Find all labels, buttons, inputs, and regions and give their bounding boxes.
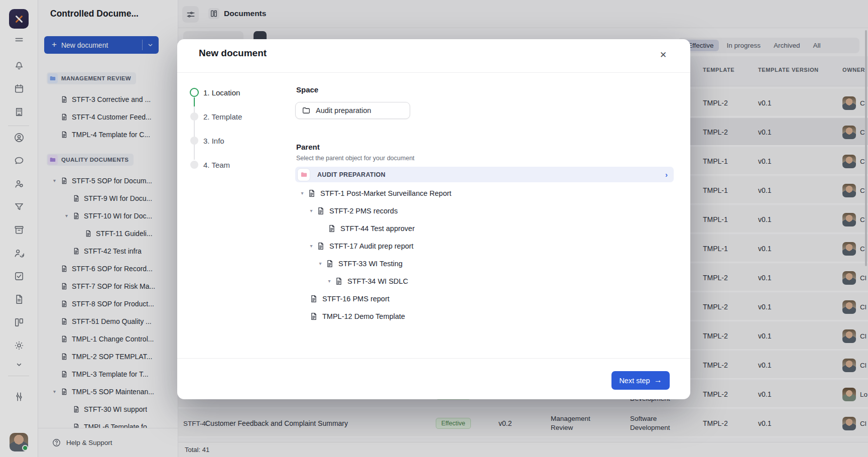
document-icon bbox=[316, 206, 325, 215]
tree-node[interactable]: ▾STFT-33 WI Testing bbox=[295, 255, 674, 272]
folder-icon bbox=[298, 169, 310, 181]
app-screen: Controlled Docume... + New document MANA… bbox=[0, 0, 868, 457]
tree-node-label: STFT-17 Audit prep report bbox=[329, 242, 414, 250]
step-info[interactable]: 3. Info bbox=[203, 137, 224, 145]
collapse-caret-icon[interactable]: ▾ bbox=[299, 190, 305, 196]
collapse-caret-icon[interactable]: ▾ bbox=[326, 278, 332, 284]
stepper-line bbox=[194, 97, 195, 160]
space-label: Space bbox=[296, 85, 318, 94]
tree-node[interactable]: ▾STFT-17 Audit prep report bbox=[295, 237, 674, 255]
step-2-indicator bbox=[190, 112, 198, 121]
document-icon bbox=[325, 259, 334, 268]
document-icon bbox=[309, 312, 318, 321]
next-step-button[interactable]: Next step → bbox=[611, 371, 670, 390]
parent-hint: Select the parent object for your docume… bbox=[296, 155, 415, 162]
document-icon bbox=[327, 224, 336, 233]
space-selector[interactable]: Audit preparation bbox=[295, 102, 410, 119]
document-icon bbox=[316, 242, 325, 251]
step-template[interactable]: 2. Template bbox=[203, 112, 242, 121]
step-location[interactable]: 1. Location bbox=[203, 88, 240, 97]
tree-node[interactable]: STFT-44 Test approver bbox=[295, 219, 674, 237]
tree-node-label: STFT-34 WI SDLC bbox=[347, 277, 408, 285]
tree-node[interactable]: TMPL-12 Demo Template bbox=[295, 307, 674, 325]
tree-node-label: STFT-44 Test approver bbox=[340, 224, 415, 233]
tree-node-label: STFT-16 PMS report bbox=[322, 295, 390, 303]
collapse-caret-icon[interactable]: ▾ bbox=[308, 208, 314, 213]
collapse-caret-icon[interactable]: ▾ bbox=[317, 261, 323, 266]
tree-node-label: STFT-33 WI Testing bbox=[338, 260, 403, 268]
new-document-modal: New document ✕ 1. Location 2. Template 3… bbox=[177, 39, 690, 399]
collapse-caret-icon[interactable]: ▾ bbox=[308, 243, 314, 249]
next-step-label: Next step bbox=[619, 377, 650, 385]
tree-node[interactable]: ▾STFT-2 PMS records bbox=[295, 202, 674, 219]
parent-root-folder[interactable]: AUDIT PREPARATION› bbox=[295, 167, 674, 182]
step-3-indicator bbox=[190, 137, 198, 145]
tree-node-label: TMPL-12 Demo Template bbox=[322, 312, 405, 320]
parent-tree: AUDIT PREPARATION›▾STFT-1 Post-Market Su… bbox=[295, 167, 674, 325]
tree-node[interactable]: ▾STFT-34 WI SDLC bbox=[295, 272, 674, 290]
document-icon bbox=[309, 294, 318, 303]
arrow-right-icon: → bbox=[654, 376, 662, 385]
space-value: Audit preparation bbox=[316, 106, 371, 115]
chevron-right-icon[interactable]: › bbox=[665, 170, 668, 179]
tree-node[interactable]: ▾STFT-1 Post-Market Surveillance Report bbox=[295, 184, 674, 202]
tree-node[interactable]: STFT-16 PMS report bbox=[295, 290, 674, 307]
modal-title: New document bbox=[199, 48, 267, 59]
tree-node-label: STFT-2 PMS records bbox=[329, 207, 398, 215]
root-folder-label: AUDIT PREPARATION bbox=[317, 171, 386, 178]
step-1-indicator bbox=[190, 88, 199, 97]
folder-icon bbox=[302, 106, 311, 115]
document-icon bbox=[307, 189, 316, 198]
step-team[interactable]: 4. Team bbox=[203, 161, 230, 169]
close-icon[interactable]: ✕ bbox=[657, 48, 670, 61]
tree-node-label: STFT-1 Post-Market Surveillance Report bbox=[320, 189, 451, 197]
step-4-indicator bbox=[190, 161, 198, 169]
document-icon bbox=[334, 277, 343, 286]
parent-label: Parent bbox=[296, 143, 320, 151]
